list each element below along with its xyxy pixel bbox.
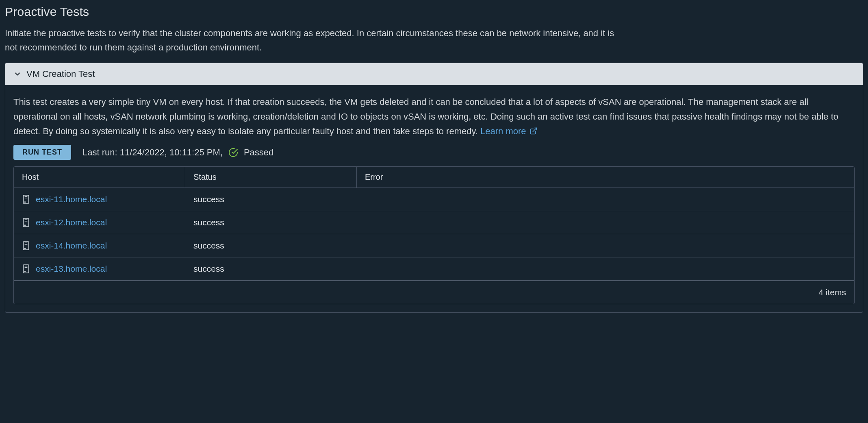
host-icon bbox=[22, 194, 30, 204]
cell-status: success bbox=[185, 234, 357, 257]
chevron-down-icon bbox=[13, 70, 22, 78]
learn-more-link[interactable]: Learn more bbox=[480, 124, 538, 139]
host-link[interactable]: esxi-13.home.local bbox=[36, 264, 107, 274]
external-link-icon bbox=[529, 127, 538, 135]
cell-error bbox=[357, 188, 854, 211]
page-title: Proactive Tests bbox=[5, 5, 863, 19]
table-body: esxi-11.home.localsuccessesxi-12.home.lo… bbox=[14, 188, 854, 281]
table-row: esxi-12.home.localsuccess bbox=[14, 211, 854, 234]
cell-host: esxi-14.home.local bbox=[14, 234, 185, 257]
svg-point-8 bbox=[25, 225, 26, 226]
panel-header[interactable]: VM Creation Test bbox=[5, 63, 863, 85]
host-icon bbox=[22, 241, 30, 251]
svg-point-4 bbox=[25, 202, 26, 203]
host-link[interactable]: esxi-12.home.local bbox=[36, 218, 107, 227]
run-info: Last run: 11/24/2022, 10:11:25 PM, Passe… bbox=[82, 147, 273, 158]
svg-point-12 bbox=[25, 248, 26, 249]
learn-more-label: Learn more bbox=[480, 124, 526, 139]
table-row: esxi-14.home.localsuccess bbox=[14, 234, 854, 257]
results-table: Host Status Error esxi-11.home.localsucc… bbox=[13, 166, 855, 304]
run-row: RUN TEST Last run: 11/24/2022, 10:11:25 … bbox=[13, 145, 855, 160]
vm-creation-test-panel: VM Creation Test This test creates a ver… bbox=[5, 63, 863, 313]
panel-body: This test creates a very simple tiny VM … bbox=[5, 85, 863, 312]
run-test-button[interactable]: RUN TEST bbox=[13, 145, 71, 160]
cell-status: success bbox=[185, 211, 357, 234]
item-count: 4 items bbox=[818, 288, 846, 297]
svg-point-16 bbox=[25, 271, 26, 272]
status-label: Passed bbox=[244, 147, 273, 158]
check-circle-icon bbox=[228, 148, 238, 157]
cell-host: esxi-12.home.local bbox=[14, 211, 185, 234]
svg-line-0 bbox=[533, 128, 536, 132]
host-icon bbox=[22, 218, 30, 227]
host-icon bbox=[22, 264, 30, 274]
cell-error bbox=[357, 257, 854, 280]
page-description: Initiate the proactive tests to verify t… bbox=[5, 26, 627, 55]
cell-error bbox=[357, 211, 854, 234]
table-row: esxi-13.home.localsuccess bbox=[14, 257, 854, 280]
cell-host: esxi-13.home.local bbox=[14, 257, 185, 280]
cell-host: esxi-11.home.local bbox=[14, 188, 185, 211]
table-header-row: Host Status Error bbox=[14, 167, 854, 188]
table-footer: 4 items bbox=[14, 281, 854, 304]
cell-status: success bbox=[185, 188, 357, 211]
test-description-text: This test creates a very simple tiny VM … bbox=[13, 97, 838, 136]
test-description: This test creates a very simple tiny VM … bbox=[13, 95, 855, 138]
cell-error bbox=[357, 234, 854, 257]
col-header-status[interactable]: Status bbox=[185, 167, 357, 188]
host-link[interactable]: esxi-11.home.local bbox=[36, 194, 107, 204]
cell-status: success bbox=[185, 257, 357, 280]
panel-title: VM Creation Test bbox=[26, 69, 95, 79]
col-header-error[interactable]: Error bbox=[357, 167, 854, 188]
col-header-host[interactable]: Host bbox=[14, 167, 185, 188]
host-link[interactable]: esxi-14.home.local bbox=[36, 241, 107, 251]
last-run-label: Last run: 11/24/2022, 10:11:25 PM, bbox=[82, 147, 223, 158]
table-row: esxi-11.home.localsuccess bbox=[14, 188, 854, 211]
